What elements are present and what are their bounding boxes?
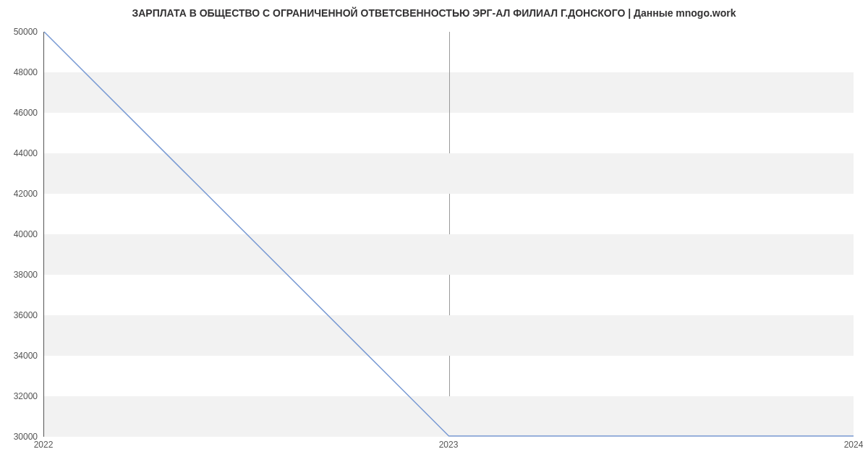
y-tick-label: 48000 bbox=[1, 67, 38, 77]
y-tick-label: 44000 bbox=[1, 148, 38, 158]
y-tick-label: 34000 bbox=[1, 351, 38, 361]
y-tick-label: 40000 bbox=[1, 229, 38, 239]
y-tick-label: 32000 bbox=[1, 391, 38, 401]
y-tick-label: 46000 bbox=[1, 108, 38, 118]
y-tick-label: 38000 bbox=[1, 270, 38, 280]
x-tick-label: 2024 bbox=[844, 440, 864, 450]
x-axis-labels: 202220232024 bbox=[43, 440, 854, 454]
y-tick-label: 50000 bbox=[1, 27, 38, 37]
chart-container: ЗАРПЛАТА В ОБЩЕСТВО С ОГРАНИЧЕННОЙ ОТВЕТ… bbox=[0, 0, 868, 470]
data-line bbox=[44, 32, 854, 436]
y-axis-labels: 3000032000340003600038000400004200044000… bbox=[0, 32, 41, 437]
y-tick-label: 36000 bbox=[1, 310, 38, 320]
plot-area bbox=[43, 32, 854, 437]
x-tick-label: 2023 bbox=[439, 440, 459, 450]
x-tick-label: 2022 bbox=[34, 440, 54, 450]
y-tick-label: 42000 bbox=[1, 189, 38, 199]
y-tick-label: 30000 bbox=[1, 432, 38, 442]
chart-title: ЗАРПЛАТА В ОБЩЕСТВО С ОГРАНИЧЕННОЙ ОТВЕТ… bbox=[0, 7, 868, 19]
